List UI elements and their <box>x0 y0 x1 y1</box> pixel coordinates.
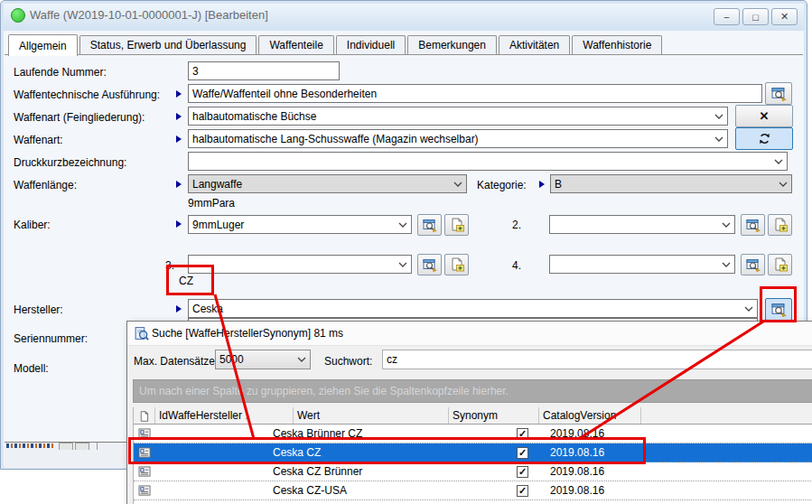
ausfuehrung-input[interactable]: Waffe/Waffenteil ohne Besonderheiten <box>188 84 762 103</box>
tab-individuell[interactable]: Individuell <box>336 35 406 55</box>
waffenlaenge-combo[interactable]: Langwaffe <box>188 174 467 193</box>
synonym-checkbox[interactable] <box>517 466 528 478</box>
document-icon <box>138 410 150 423</box>
kaliber4-search-button[interactable] <box>741 254 765 275</box>
search-popup: Suche [WaffeHerstellerSynonym] 81 ms Max… <box>126 321 812 504</box>
search-window-icon <box>423 257 437 272</box>
result-wert: Ceska CZ Brünner <box>273 465 362 478</box>
detail-arrow-icon <box>176 181 182 188</box>
column-header-wert[interactable]: Wert <box>294 407 449 424</box>
chevron-down-icon <box>714 136 723 142</box>
chevron-down-icon <box>297 357 306 362</box>
kaliber1-add-button[interactable] <box>444 214 469 236</box>
popup-titlebar: Suche [WaffeHerstellerSynonym] 81 ms <box>127 322 812 346</box>
kaliber4-label: 4. <box>512 259 521 272</box>
kaliber3-add-button[interactable] <box>444 254 469 275</box>
search-window-icon <box>771 86 787 101</box>
suchwort-label: Suchwort: <box>324 355 372 368</box>
tab-waffenhistorie[interactable]: Waffenhistorie <box>572 35 662 55</box>
chevron-down-icon <box>774 159 783 164</box>
annotation-box-synonym-cz <box>166 265 214 295</box>
popup-title: Suche [WaffeHerstellerSynonym] 81 ms <box>152 327 343 340</box>
tab-status-erwerb[interactable]: Status, Erwerb und Überlassung <box>79 35 257 55</box>
row-indicator-column-header[interactable] <box>134 407 155 424</box>
minimize-button[interactable]: − <box>714 8 740 25</box>
chevron-down-icon <box>398 262 407 267</box>
max-datensaetze-label: Max. Datensätze: <box>134 355 218 368</box>
kaliber-label: Kaliber: <box>14 219 51 231</box>
detail-arrow-icon <box>176 113 182 120</box>
search-window-icon <box>746 218 761 232</box>
chevron-down-icon <box>714 114 723 119</box>
waffenart-combo[interactable]: halbautomatische Lang-Schusswaffe (Magaz… <box>188 129 728 148</box>
druckkurzbezeichnung-label: Druckkurzbezeichnung: <box>14 156 126 169</box>
search-document-icon <box>134 326 149 341</box>
laufende-nummer-label: Laufende Nummer: <box>14 66 107 79</box>
result-catalogversion: 2019.08.16 <box>550 484 604 497</box>
ausfuehrung-label: Waffentechnische Ausführung: <box>14 89 160 101</box>
navigator-button[interactable] <box>75 443 89 450</box>
search-window-icon <box>423 218 437 232</box>
tab-bemerkungen[interactable]: Bemerkungen <box>407 35 497 55</box>
maximize-button[interactable]: □ <box>742 8 769 25</box>
kaliber2-combo[interactable] <box>549 215 735 234</box>
kaliber4-combo[interactable] <box>549 255 735 274</box>
laufende-nummer-input[interactable]: 3 <box>188 61 340 80</box>
kaliber2-search-button[interactable] <box>741 214 765 236</box>
result-wert: Ceska CZ-USA <box>273 484 347 497</box>
max-datensaetze-combo[interactable]: 5000 <box>215 350 311 369</box>
close-button[interactable]: ✕ <box>771 8 798 25</box>
tab-bar: Allgemein Status, Erwerb und Überlassung… <box>8 33 664 55</box>
kaliber4-add-button[interactable] <box>768 254 792 275</box>
page-title: Waffe (W2019-10-01-0000001-J) [Bearbeite… <box>30 8 268 22</box>
feingliederung-clear-button[interactable]: ✕ <box>735 105 793 127</box>
record-navigator-icons[interactable] <box>6 443 53 448</box>
tab-page-border <box>5 54 803 55</box>
kaliber2-add-button[interactable] <box>768 214 792 236</box>
chevron-down-icon <box>398 222 407 228</box>
result-row[interactable]: Ceska CZ-USA 2019.08.16 <box>134 481 812 500</box>
waffenart-refresh-button[interactable] <box>735 127 793 150</box>
column-header-idwaffehersteller[interactable]: IdWaffeHersteller <box>155 407 294 424</box>
waffenlaenge-label: Waffenlänge: <box>14 179 77 191</box>
column-header-catalogversion[interactable]: CatalogVersion <box>539 407 641 424</box>
detail-arrow-icon <box>539 181 545 188</box>
add-new-icon <box>450 257 464 272</box>
chevron-down-icon <box>722 222 731 228</box>
record-form-icon <box>138 466 152 478</box>
column-header-empty <box>641 407 812 424</box>
add-new-icon <box>450 218 464 232</box>
search-window-icon <box>746 257 761 272</box>
synonym-checkbox[interactable] <box>517 485 528 497</box>
chevron-down-icon <box>779 182 788 187</box>
tab-waffenteile[interactable]: Waffenteile <box>258 35 333 55</box>
column-header-synonym[interactable]: Synonym <box>449 407 539 424</box>
detail-arrow-icon <box>176 135 182 143</box>
grid-header: IdWaffeHersteller Wert Synonym CatalogVe… <box>134 407 812 425</box>
group-by-panel[interactable]: Um nach einer Spalte zu gruppieren, zieh… <box>133 379 812 403</box>
kategorie-combo[interactable]: B <box>550 174 792 193</box>
feingliederung-combo[interactable]: halbautomatische Büchse <box>188 107 728 126</box>
kaliber-zusatz-text: 9mmPara <box>188 197 235 210</box>
tab-allgemein[interactable]: Allgemein <box>8 34 78 56</box>
chevron-down-icon <box>722 262 731 267</box>
refresh-icon <box>758 132 771 145</box>
detail-arrow-icon <box>176 305 182 313</box>
ausfuehrung-search-button[interactable] <box>765 82 792 105</box>
druckkurzbezeichnung-combo[interactable] <box>188 152 788 171</box>
kaliber3-search-button[interactable] <box>417 254 442 275</box>
annotation-box-selected-row <box>128 437 646 464</box>
navigator-button[interactable] <box>59 443 73 450</box>
hersteller-label: Hersteller: <box>14 303 63 316</box>
sort-ascending-icon <box>242 409 249 422</box>
add-new-icon <box>773 257 788 272</box>
tab-aktivitaeten[interactable]: Aktivitäten <box>499 35 570 55</box>
kaliber1-search-button[interactable] <box>417 214 442 236</box>
modell-label: Modell: <box>14 362 49 375</box>
result-row[interactable]: Ceska CZ Brünner 2019.08.16 <box>134 462 812 481</box>
result-row[interactable]: LCZ LCZ 2019.08.16 <box>134 500 812 504</box>
kaliber1-combo[interactable]: 9mmLuger <box>188 215 412 234</box>
suchwort-input[interactable] <box>382 350 812 369</box>
kaliber3-combo[interactable] <box>188 255 412 274</box>
hersteller-combo[interactable]: Ceska <box>188 299 758 318</box>
